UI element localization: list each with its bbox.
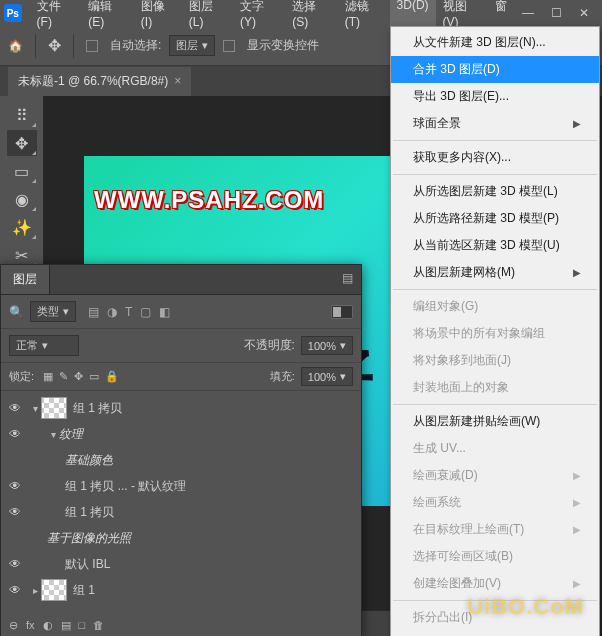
move-tool-icon[interactable]: ✥ [48,36,61,55]
menu-item-3[interactable]: 图层(L) [182,0,233,33]
filter-icon-4[interactable]: ◧ [159,305,170,319]
layer-footer-icon-1[interactable]: fx [26,619,35,631]
menu3d-item[interactable]: 从文件新建 3D 图层(N)... [391,29,599,56]
menu3d-item[interactable]: 从所选路径新建 3D 模型(P) [391,205,599,232]
submenu-arrow-icon: ▶ [573,118,581,129]
document-tab[interactable]: 未标题-1 @ 66.7%(RGB/8#) × [8,67,191,96]
menu3d-item[interactable]: 获取更多内容(X)... [391,144,599,171]
layer-label: 组 1 [73,582,95,599]
layer-label: 基础颜色 [65,452,113,469]
filter-icon-3[interactable]: ▢ [140,305,151,319]
layers-footer: ⊖fx◐▤□🗑 [1,613,361,636]
layer-label: 默认 IBL [65,556,110,573]
filter-icon-1[interactable]: ◑ [107,305,117,319]
filter-toggle[interactable] [331,305,353,319]
menu-item-6[interactable]: 滤镜(T) [338,0,390,33]
layers-tab[interactable]: 图层 [1,265,50,294]
menu-separator [393,140,597,141]
opacity-input[interactable]: 100%▾ [301,336,353,355]
layer-footer-icon-4[interactable]: □ [79,619,86,631]
lock-icon-2[interactable]: ✥ [74,370,83,382]
menu-3d-dropdown: 从文件新建 3D 图层(N)...合并 3D 图层(D)导出 3D 图层(E).… [390,26,600,636]
menu3d-item: 将对象移到地面(J) [391,347,599,374]
menu3d-item: 创建绘图叠加(V)▶ [391,570,599,597]
submenu-arrow-icon: ▶ [573,267,581,278]
menu-item-0[interactable]: 文件(F) [30,0,82,33]
menu-separator [393,404,597,405]
tool-marquee[interactable]: ▭ [7,158,37,184]
layer-row[interactable]: 👁▸组 1 [1,577,361,603]
layer-footer-icon-5[interactable]: 🗑 [93,619,104,631]
layer-row[interactable]: 👁▾纹理 [1,421,361,447]
chevron-down-icon: ▾ [63,305,69,318]
canvas-watermark-text: WWW.PSAHZ.COM [94,186,324,214]
home-icon[interactable]: 🏠 [8,39,23,53]
menu3d-item[interactable]: 导出 3D 图层(E)... [391,83,599,110]
auto-select-checkbox[interactable] [86,40,98,52]
menu3d-item: 将场景中的所有对象编组 [391,320,599,347]
visibility-eye-icon[interactable]: 👁 [1,505,29,519]
visibility-eye-icon[interactable]: 👁 [1,427,29,441]
layer-footer-icon-3[interactable]: ▤ [61,619,71,632]
menu-item-2[interactable]: 图像(I) [134,0,182,33]
search-icon: 🔍 [9,305,24,319]
fill-input[interactable]: 100%▾ [301,367,353,386]
menu3d-item[interactable]: 从图层新建网格(M)▶ [391,259,599,286]
menu3d-item: 生成 UV... [391,435,599,462]
visibility-eye-icon[interactable]: 👁 [1,401,29,415]
window-close-button[interactable]: ✕ [570,2,598,24]
visibility-eye-icon[interactable]: 👁 [1,479,29,493]
menu3d-item[interactable]: 从当前选区新建 3D 模型(U) [391,232,599,259]
tool-wand[interactable]: ✨ [7,214,37,240]
app-logo: Ps [4,4,22,22]
window-maximize-button[interactable]: ☐ [542,2,570,24]
expand-arrow-icon[interactable]: ▾ [47,429,59,440]
lock-icon-4[interactable]: 🔒 [105,370,119,382]
menu3d-item[interactable]: 合并 3D 图层(D) [391,56,599,83]
layer-row[interactable]: 基础颜色 [1,447,361,473]
menu3d-item[interactable]: 球面全景▶ [391,110,599,137]
layer-footer-icon-0[interactable]: ⊖ [9,619,18,632]
layer-row[interactable]: 👁组 1 拷贝 ... - 默认纹理 [1,473,361,499]
menu3d-item[interactable]: 从所选图层新建 3D 模型(L) [391,178,599,205]
layer-label: 组 1 拷贝 [73,400,122,417]
close-icon[interactable]: × [174,74,181,88]
filter-icon-0[interactable]: ▤ [88,305,99,319]
chevron-down-icon: ▾ [42,339,48,352]
window-controls: — ☐ ✕ [514,2,598,24]
lock-icon-3[interactable]: ▭ [89,370,99,382]
lock-icon-1[interactable]: ✎ [59,370,68,382]
menu3d-item: 将横截面应用到场景 [391,631,599,636]
menu3d-item: 在目标纹理上绘画(T)▶ [391,516,599,543]
opacity-label: 不透明度: [244,337,295,354]
layer-row[interactable]: 👁组 1 拷贝 [1,499,361,525]
tool-grab[interactable]: ⠿ [7,102,37,128]
layer-row[interactable]: 👁默认 IBL [1,551,361,577]
expand-arrow-icon[interactable]: ▾ [29,403,41,414]
visibility-eye-icon[interactable]: 👁 [1,557,29,571]
menu-separator [393,600,597,601]
layer-label: 纹理 [59,426,83,443]
menu-item-1[interactable]: 编辑(E) [81,0,133,33]
menubar: Ps 文件(F)编辑(E)图像(I)图层(L)文字(Y)选择(S)滤镜(T)3D… [0,0,602,26]
tool-move[interactable]: ✥ [7,130,37,156]
filter-icon-2[interactable]: T [125,305,132,319]
menu3d-item: 封装地面上的对象 [391,374,599,401]
auto-select-target-dropdown[interactable]: 图层▾ [169,35,215,56]
chevron-down-icon: ▾ [340,339,346,352]
menu3d-item[interactable]: 从图层新建拼贴绘画(W) [391,408,599,435]
blend-mode-dropdown[interactable]: 正常▾ [9,335,79,356]
lock-icon-0[interactable]: ▦ [43,370,53,382]
menu-item-5[interactable]: 选择(S) [285,0,337,33]
show-transform-checkbox[interactable] [223,40,235,52]
expand-arrow-icon[interactable]: ▸ [29,585,41,596]
panel-menu-icon[interactable]: ▤ [334,265,361,294]
menu-item-4[interactable]: 文字(Y) [233,0,285,33]
window-minimize-button[interactable]: — [514,2,542,24]
layer-filter-type-dropdown[interactable]: 类型▾ [30,301,76,322]
layer-row[interactable]: 👁▾组 1 拷贝 [1,395,361,421]
layer-footer-icon-2[interactable]: ◐ [43,619,53,632]
layer-row[interactable]: 基于图像的光照 [1,525,361,551]
tool-lasso[interactable]: ◉ [7,186,37,212]
visibility-eye-icon[interactable]: 👁 [1,583,29,597]
